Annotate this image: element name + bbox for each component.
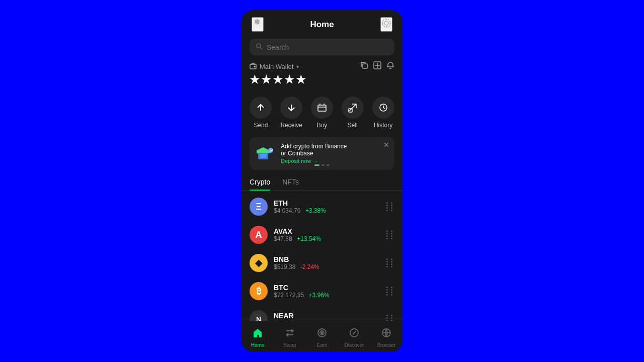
dot-1 — [314, 164, 319, 166]
earn-label: Earn — [316, 342, 327, 348]
browser-label: Browser — [377, 342, 396, 348]
nav-home[interactable]: Home — [242, 325, 274, 350]
svg-point-1 — [382, 19, 390, 27]
banner-image — [256, 143, 276, 163]
discover-label: Discover — [345, 342, 364, 348]
banner-close-button[interactable]: ✕ — [383, 141, 389, 149]
expand-button[interactable] — [373, 61, 381, 71]
browser-icon — [381, 327, 392, 341]
search-input[interactable] — [267, 43, 388, 51]
svg-point-2 — [257, 44, 261, 48]
banner-dots — [314, 164, 330, 166]
eth-dots — [386, 202, 394, 206]
history-icon — [372, 97, 394, 119]
bnb-price: $519,38 -2.24% — [274, 263, 380, 270]
swap-label: Swap — [283, 342, 296, 348]
btc-name: BTC — [274, 284, 380, 292]
svg-point-4 — [254, 66, 255, 67]
earn-icon — [316, 327, 328, 341]
phone-container: Home Main W — [242, 10, 403, 352]
search-bar — [250, 39, 394, 55]
bnb-dots2 — [386, 263, 394, 267]
near-info: NEAR $6,76 +14.28% — [274, 312, 380, 321]
sell-icon — [342, 97, 364, 119]
scan-button[interactable] — [380, 17, 392, 32]
bnb-dots — [386, 258, 394, 262]
near-dots — [386, 315, 394, 319]
receive-action[interactable]: Receive — [280, 97, 302, 129]
tab-crypto[interactable]: Crypto — [250, 174, 270, 190]
eth-price: $4 034,76 +3.38% — [274, 207, 380, 214]
bnb-amount — [386, 258, 394, 267]
tab-nfts[interactable]: NFTs — [282, 174, 299, 190]
sell-label: Sell — [348, 122, 358, 129]
receive-icon — [280, 97, 302, 119]
history-label: History — [374, 122, 392, 129]
sell-action[interactable]: Sell — [342, 97, 364, 129]
banner-text: Add crypto from Binance or Coinbase Depo… — [281, 143, 388, 164]
btc-price: $72 172,35 +3.96% — [274, 292, 380, 299]
header: Home — [242, 10, 403, 39]
eth-info: ETH $4 034,76 +3.38% — [274, 199, 380, 214]
home-icon — [252, 327, 263, 341]
token-item-eth[interactable]: Ξ ETH $4 034,76 +3.38% — [242, 193, 403, 221]
bnb-info: BNB $519,38 -2.24% — [274, 255, 380, 270]
avax-amount — [386, 230, 394, 239]
bnb-name: BNB — [274, 255, 380, 263]
eth-amount — [386, 202, 394, 211]
quick-actions: Send Receive Buy — [242, 90, 403, 135]
settings-button[interactable] — [252, 17, 264, 32]
wallet-header: Main Wallet ▾ — [250, 61, 394, 71]
wallet-balance: ★★★★★ — [250, 73, 394, 86]
avax-avatar: A — [250, 226, 268, 244]
buy-label: Buy — [317, 122, 328, 129]
buy-icon — [311, 97, 333, 119]
banner-title: Add crypto from Binance or Coinbase — [281, 143, 388, 157]
near-amount — [386, 315, 394, 321]
bottom-nav: Home Swap Earn — [242, 321, 403, 352]
copy-address-button[interactable] — [360, 61, 368, 71]
btc-amount — [386, 287, 394, 296]
svg-marker-12 — [257, 147, 270, 153]
wallet-section: Main Wallet ▾ — [242, 61, 403, 90]
nav-swap[interactable]: Swap — [274, 325, 306, 350]
home-label: Home — [251, 342, 265, 348]
send-action[interactable]: Send — [250, 97, 272, 129]
buy-action[interactable]: Buy — [311, 97, 333, 129]
btc-dots — [386, 287, 394, 291]
banner-link[interactable]: Deposit now → — [281, 158, 388, 164]
send-icon — [250, 97, 272, 119]
search-icon — [256, 43, 263, 51]
nav-browser[interactable]: Browser — [370, 325, 403, 350]
eth-avatar: Ξ — [250, 198, 268, 216]
dot-3 — [327, 164, 330, 166]
svg-rect-5 — [363, 64, 367, 68]
nav-discover[interactable]: Discover — [338, 325, 370, 350]
banner: Add crypto from Binance or Coinbase Depo… — [250, 137, 394, 170]
discover-icon — [349, 327, 360, 341]
send-label: Send — [254, 122, 268, 129]
token-item-avax[interactable]: A AVAX $47,88 +13.54% — [242, 221, 403, 249]
avax-info: AVAX $47,88 +13.54% — [274, 227, 380, 242]
token-item-btc[interactable]: ₿ BTC $72 172,35 +3.96% — [242, 277, 403, 305]
wallet-name[interactable]: Main Wallet ▾ — [250, 63, 299, 70]
history-action[interactable]: History — [372, 97, 394, 129]
bnb-avatar: ◆ — [250, 254, 268, 272]
nav-earn[interactable]: Earn — [306, 325, 338, 350]
near-name: NEAR — [274, 312, 380, 320]
btc-dots2 — [386, 292, 394, 296]
near-avatar: N — [250, 310, 268, 321]
page-title: Home — [310, 20, 334, 30]
swap-icon — [284, 327, 295, 341]
svg-rect-11 — [260, 154, 267, 158]
eth-name: ETH — [274, 199, 380, 207]
tabs: Crypto NFTs — [242, 174, 403, 191]
token-item-bnb[interactable]: ◆ BNB $519,38 -2.24% — [242, 249, 403, 277]
receive-label: Receive — [281, 122, 302, 129]
svg-rect-7 — [318, 105, 326, 111]
btc-avatar: ₿ — [250, 282, 268, 300]
token-item-near[interactable]: N NEAR $6,76 +14.28% — [242, 305, 403, 321]
svg-point-0 — [384, 21, 388, 25]
avax-dots2 — [386, 235, 394, 239]
notifications-button[interactable] — [386, 61, 394, 71]
